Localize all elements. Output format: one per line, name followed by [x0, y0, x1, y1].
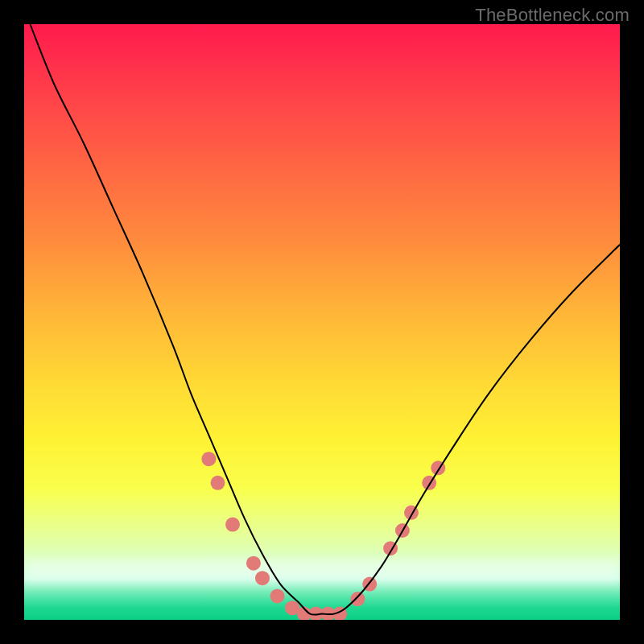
chart-svg: [24, 24, 620, 620]
chart-frame: TheBottleneck.com: [0, 0, 644, 644]
bottleneck-curve: [30, 24, 620, 615]
data-marker: [211, 476, 225, 490]
watermark-text: TheBottleneck.com: [475, 5, 630, 26]
data-marker: [225, 518, 240, 532]
markers-layer: [201, 452, 445, 620]
data-marker: [246, 556, 261, 571]
data-marker: [255, 571, 270, 585]
data-marker: [270, 588, 285, 603]
plot-area: [24, 24, 620, 620]
data-marker: [201, 452, 216, 466]
data-marker: [350, 592, 365, 606]
